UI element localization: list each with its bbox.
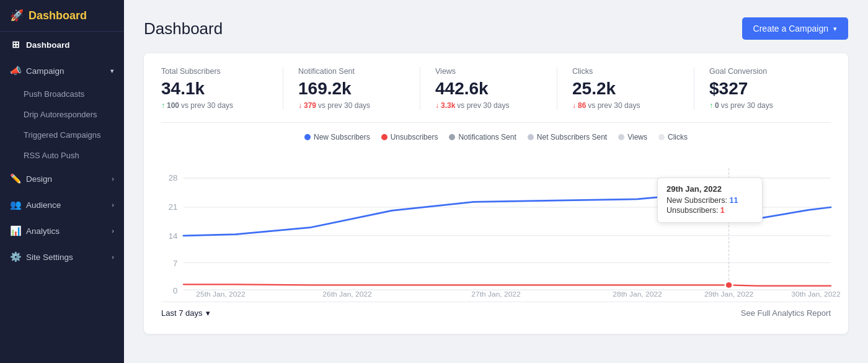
svg-text:28: 28: [169, 174, 178, 182]
stat-notification-sent: Notification Sent 169.2k ↓ 379 vs prev 3…: [283, 67, 420, 110]
stat-change: ↑ 0 vs prev 30 days: [709, 101, 821, 110]
header-row: Dashboard Create a Campaign ▾: [144, 17, 848, 40]
svg-text:0: 0: [173, 287, 177, 295]
main-content: Dashboard Create a Campaign ▾ Total Subs…: [124, 0, 868, 363]
legend-label: Net Subscribers Sent: [537, 133, 607, 141]
legend-net-subscribers-sent: Net Subscribers Sent: [528, 133, 607, 141]
stat-value: 169.2k: [298, 79, 410, 99]
sidebar-item-rss-auto-push[interactable]: RSS Auto Push: [0, 145, 124, 166]
svg-text:29th Jan, 2022: 29th Jan, 2022: [704, 290, 753, 297]
date-range-button[interactable]: Last 7 days ▾: [161, 308, 210, 318]
chevron-right-icon: ›: [112, 175, 114, 182]
line-chart: 0 7 14 21 28: [161, 148, 831, 297]
stat-label: Clicks: [572, 67, 684, 76]
analytics-icon: 📊: [10, 225, 21, 236]
sidebar-item-label: Dashboard: [26, 40, 70, 50]
legend-views: Views: [618, 133, 647, 141]
chevron-right-icon: ›: [112, 201, 114, 208]
change-val: 379: [304, 101, 316, 110]
stat-clicks: Clicks 25.2k ↓ 86 vs prev 30 days: [557, 67, 694, 110]
page-title: Dashboard: [144, 19, 223, 38]
sidebar-item-audience[interactable]: 👥 Audience ›: [0, 192, 124, 218]
date-range-label: Last 7 days: [161, 308, 203, 318]
svg-text:14: 14: [169, 233, 178, 241]
legend-label: Views: [627, 133, 647, 141]
arrow-down-icon: ↓: [572, 101, 576, 110]
legend-dot-views: [618, 134, 624, 140]
change-suffix: vs prev 30 days: [181, 101, 233, 110]
legend-new-subscribers: New Subscribers: [304, 133, 370, 141]
change-val: 100: [167, 101, 179, 110]
sidebar-item-analytics[interactable]: 📊 Analytics ›: [0, 218, 124, 244]
svg-point-12: [725, 282, 733, 289]
chevron-right-icon: ›: [112, 227, 114, 235]
sidebar-item-triggered-campaigns[interactable]: Triggered Campaigns: [0, 125, 124, 145]
design-icon: ✏️: [10, 173, 21, 184]
arrow-up-icon: ↑: [709, 101, 713, 110]
logo-label: Dashboard: [29, 9, 87, 22]
sidebar-sub-label: RSS Auto Push: [24, 151, 79, 160]
change-suffix: vs prev 30 days: [588, 101, 640, 110]
sidebar-item-label: Audience: [26, 200, 61, 210]
stat-label: Total Subscribers: [161, 67, 273, 76]
sidebar-item-campaign[interactable]: 📣 Campaign ▾: [0, 58, 124, 84]
chart-bottom-row: Last 7 days ▾ See Full Analytics Report: [161, 302, 831, 328]
sidebar-item-design[interactable]: ✏️ Design ›: [0, 166, 124, 192]
change-suffix: vs prev 30 days: [457, 101, 509, 110]
stat-total-subscribers: Total Subscribers 34.1k ↑ 100 vs prev 30…: [161, 67, 283, 110]
logo-icon: 🚀: [10, 9, 24, 22]
arrow-down-icon: ↓: [435, 101, 439, 110]
svg-text:7: 7: [173, 259, 177, 267]
sidebar-item-label: Campaign: [26, 66, 64, 76]
svg-text:25th Jan, 2022: 25th Jan, 2022: [196, 290, 245, 297]
svg-text:28th Jan, 2022: 28th Jan, 2022: [613, 290, 662, 297]
chevron-down-icon: ▾: [206, 308, 210, 318]
change-suffix: vs prev 30 days: [318, 101, 370, 110]
arrow-down-icon: ↓: [298, 101, 302, 110]
change-val: 3.3k: [441, 101, 455, 110]
see-full-report-link[interactable]: See Full Analytics Report: [741, 308, 831, 318]
legend-label: Clicks: [668, 133, 688, 141]
campaign-icon: 📣: [10, 65, 21, 76]
create-campaign-button[interactable]: Create a Campaign ▾: [742, 17, 848, 40]
legend-dot-clicks: [658, 134, 665, 140]
stat-change: ↑ 100 vs prev 30 days: [161, 101, 273, 110]
sidebar-sub-label: Triggered Campaigns: [24, 130, 101, 140]
arrow-up-icon: ↑: [161, 101, 165, 110]
sidebar-item-site-settings[interactable]: ⚙️ Site Settings ›: [0, 244, 124, 270]
legend-unsubscribers: Unsubscribers: [381, 133, 438, 141]
stat-label: Goal Conversion: [709, 67, 821, 76]
sidebar-item-label: Design: [26, 174, 52, 184]
chart-area: New Subscribers Unsubscribers Notificati…: [161, 123, 831, 334]
audience-icon: 👥: [10, 199, 21, 210]
dashboard-icon: ⊞: [10, 39, 21, 50]
legend-dot-red: [381, 134, 388, 140]
legend-clicks: Clicks: [658, 133, 688, 141]
chevron-down-icon: ▾: [110, 67, 114, 75]
sidebar-item-dashboard[interactable]: ⊞ Dashboard: [0, 32, 124, 58]
stat-value: 25.2k: [572, 79, 684, 99]
legend-label: Notifications Sent: [458, 133, 516, 141]
chart-legend: New Subscribers Unsubscribers Notificati…: [161, 133, 831, 141]
sidebar-item-drip-autoresponders[interactable]: Drip Autoresponders: [0, 104, 124, 125]
stat-change: ↓ 86 vs prev 30 days: [572, 101, 684, 110]
legend-label: New Subscribers: [314, 133, 370, 141]
stat-change: ↓ 3.3k vs prev 30 days: [435, 101, 547, 110]
legend-dot-blue: [304, 134, 311, 140]
sidebar-item-push-broadcasts[interactable]: Push Broadcasts: [0, 84, 124, 104]
svg-point-11: [725, 215, 733, 222]
stats-row: Total Subscribers 34.1k ↑ 100 vs prev 30…: [161, 67, 831, 123]
dashboard-card: Total Subscribers 34.1k ↑ 100 vs prev 30…: [144, 53, 848, 334]
chevron-right-icon: ›: [112, 253, 114, 261]
stat-value: 442.6k: [435, 79, 547, 99]
change-suffix: vs prev 30 days: [721, 101, 773, 110]
stat-views: Views 442.6k ↓ 3.3k vs prev 30 days: [420, 67, 557, 110]
legend-notifications-sent: Notifications Sent: [449, 133, 516, 141]
change-val: 86: [578, 101, 586, 110]
chevron-down-icon: ▾: [833, 25, 837, 33]
legend-label: Unsubscribers: [391, 133, 438, 141]
change-val: 0: [715, 101, 719, 110]
sidebar-item-label: Site Settings: [26, 253, 73, 262]
sidebar-logo[interactable]: 🚀 Dashboard: [0, 0, 124, 32]
svg-text:21: 21: [169, 204, 178, 212]
